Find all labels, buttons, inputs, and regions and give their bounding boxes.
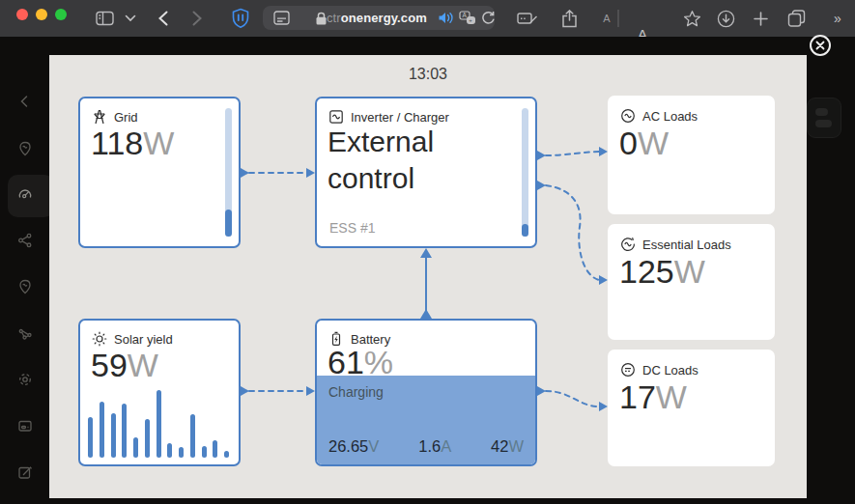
share-icon[interactable] <box>557 0 581 37</box>
reader-icon[interactable] <box>271 6 292 30</box>
ghost-toggle-icon <box>815 108 828 116</box>
dc-loads-header: DC Loads <box>620 362 698 378</box>
grid-gauge-fill <box>225 210 232 237</box>
solar-bar <box>100 402 104 458</box>
grid-value: 118W <box>91 125 174 162</box>
solar-bar <box>167 443 172 458</box>
battery-power: 42W <box>491 437 524 456</box>
solar-bar <box>88 417 93 458</box>
essential-loads-card[interactable]: Essential Loads 125W <box>608 224 775 340</box>
system-overview-panel: 13:03 Grid <box>49 55 807 498</box>
autofill-icon[interactable] <box>515 0 540 37</box>
share-nodes-icon[interactable] <box>17 233 33 248</box>
solar-value: 59W <box>91 347 158 384</box>
inverter-icon <box>328 109 344 125</box>
essential-loads-value: 125W <box>619 253 705 291</box>
privacy-shield-icon[interactable] <box>228 0 253 37</box>
solar-bar <box>122 404 127 458</box>
new-tab-icon[interactable] <box>751 0 770 37</box>
inverter-state: External control <box>328 124 502 197</box>
solar-bar <box>145 419 150 458</box>
essential-loads-header: Essential Loads <box>620 237 731 252</box>
gear-icon[interactable] <box>17 372 33 387</box>
grid-card[interactable]: Grid 118W <box>78 97 241 248</box>
ac-loads-value: 0W <box>619 125 669 162</box>
solar-bar <box>179 447 184 458</box>
edit-icon[interactable] <box>17 464 33 480</box>
close-icon <box>815 41 825 50</box>
solar-bar <box>111 413 116 458</box>
address-bar[interactable]: ctronenergy.com A+ <box>263 6 495 30</box>
grid-pylon-icon <box>92 109 107 125</box>
text-size-divider <box>616 0 620 37</box>
layers-toggle-ghost-button[interactable] <box>807 98 841 138</box>
close-overlay-button[interactable] <box>810 35 831 56</box>
inverter-label: Inverter / Charger <box>351 110 449 125</box>
battery-soc-fill: Charging 26.65V 1.6A 42W <box>317 376 535 464</box>
audio-playing-icon[interactable] <box>436 6 455 30</box>
window-zoom-button[interactable] <box>55 9 67 20</box>
dc-loads-icon <box>620 362 636 378</box>
back-icon[interactable] <box>153 0 174 37</box>
grid-label: Grid <box>114 110 138 125</box>
text-larger[interactable]: A <box>627 0 646 37</box>
essential-loads-icon <box>620 237 636 252</box>
solar-bar <box>157 390 161 458</box>
location-pin-icon[interactable] <box>17 141 33 156</box>
essential-loads-label: Essential Loads <box>642 238 731 252</box>
topology-icon[interactable] <box>17 326 33 342</box>
svg-text:A: A <box>463 12 468 18</box>
more-tools-icon[interactable]: » <box>827 0 848 37</box>
window-close-button[interactable] <box>16 9 28 20</box>
solar-yield-card[interactable]: Solar yield 59W <box>78 319 241 466</box>
grid-gauge <box>225 108 232 237</box>
battery-state: Charging <box>328 384 384 400</box>
text-smaller[interactable]: A <box>598 0 615 37</box>
remote-console-icon[interactable] <box>17 418 33 434</box>
url-text[interactable]: ctronenergy.com <box>327 6 427 30</box>
svg-text:+: + <box>469 17 472 23</box>
tab-overview-icon[interactable] <box>784 0 808 37</box>
solar-history-bar-chart <box>88 388 229 458</box>
favorites-star-icon[interactable] <box>681 0 702 37</box>
solar-bar <box>213 440 217 458</box>
solar-bar <box>190 414 195 458</box>
tab-chevron-icon[interactable] <box>122 0 139 37</box>
dc-loads-value: 17W <box>619 378 687 416</box>
browser-toolbar: ctronenergy.com A+ A A » <box>0 0 855 38</box>
ghost-toggle-icon <box>815 120 832 127</box>
ac-loads-header: AC Loads <box>620 108 698 124</box>
sun-icon <box>92 331 107 347</box>
ac-loads-card[interactable]: AC Loads 0W <box>608 96 775 214</box>
dc-loads-card[interactable]: DC Loads 17W <box>608 350 775 466</box>
dc-loads-label: DC Loads <box>642 363 698 378</box>
inverter-card-header: Inverter / Charger <box>328 109 449 125</box>
window-minimize-button[interactable] <box>36 9 47 20</box>
url-domain: onenergy.com <box>341 11 427 25</box>
solar-bar <box>224 451 229 458</box>
battery-stats: 26.65V 1.6A 42W <box>328 437 524 456</box>
inverter-gauge-fill <box>522 224 528 237</box>
forward-icon[interactable] <box>186 0 208 37</box>
sidebar-toggle-icon[interactable] <box>93 0 116 37</box>
solar-bar <box>202 446 207 458</box>
solar-label: Solar yield <box>114 332 173 347</box>
url-prefix: ctr <box>327 11 341 25</box>
reload-icon[interactable] <box>479 6 497 30</box>
battery-current: 1.6A <box>418 437 451 456</box>
back-chevron-icon[interactable] <box>17 94 33 109</box>
map-pin-icon[interactable] <box>17 279 33 294</box>
downloads-icon[interactable] <box>715 0 736 37</box>
overlay-time: 13:03 <box>49 66 807 83</box>
battery-card[interactable]: Battery 61% Charging 26.65V 1.6A 42W <box>315 319 537 466</box>
battery-voltage: 26.65V <box>328 437 379 456</box>
dashboard-gauge-icon[interactable] <box>17 186 33 202</box>
ac-loads-label: AC Loads <box>642 109 698 124</box>
solar-bar <box>133 437 138 458</box>
solar-card-header: Solar yield <box>92 331 173 347</box>
inverter-card[interactable]: Inverter / Charger External control ESS … <box>315 97 537 248</box>
inverter-sub-label: ESS #1 <box>329 220 375 236</box>
inverter-gauge <box>522 108 528 237</box>
grid-card-header: Grid <box>92 109 138 125</box>
translate-icon[interactable]: A+ <box>457 6 478 30</box>
